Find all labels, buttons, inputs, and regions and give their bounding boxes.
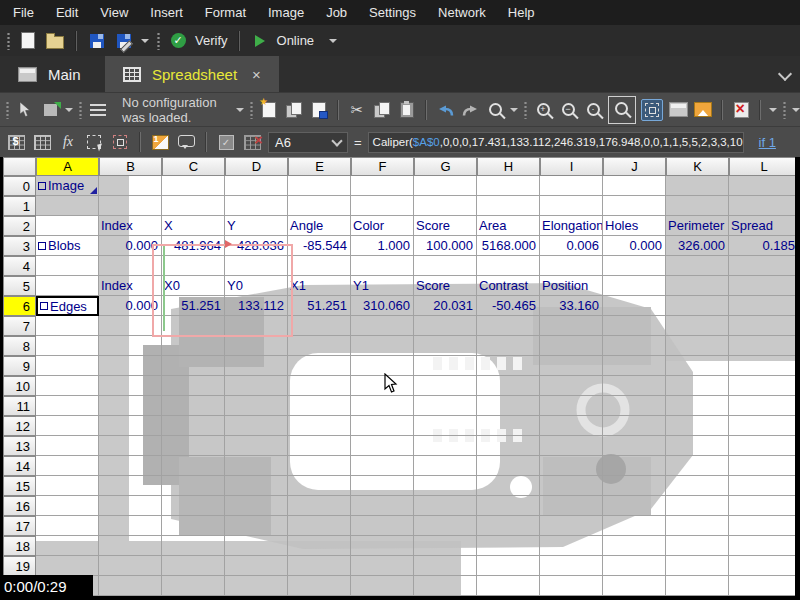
undo-icon[interactable] bbox=[435, 100, 455, 120]
cell[interactable] bbox=[351, 376, 414, 396]
new-document-button[interactable] bbox=[18, 31, 38, 51]
column-header-G[interactable]: G bbox=[414, 157, 477, 176]
row-header-12[interactable]: 12 bbox=[3, 416, 36, 436]
cell[interactable] bbox=[36, 476, 99, 496]
cell[interactable] bbox=[36, 456, 99, 476]
cell[interactable] bbox=[477, 436, 540, 456]
cell[interactable] bbox=[99, 396, 162, 416]
redo-icon[interactable] bbox=[460, 100, 480, 120]
cell[interactable] bbox=[99, 376, 162, 396]
cell-I3[interactable]: 0.006 bbox=[540, 236, 603, 256]
find-icon[interactable] bbox=[485, 100, 505, 120]
cell[interactable] bbox=[666, 396, 729, 416]
cell[interactable] bbox=[225, 376, 288, 396]
cell[interactable] bbox=[603, 176, 666, 196]
cell[interactable] bbox=[99, 536, 162, 556]
cell[interactable] bbox=[414, 516, 477, 536]
cell[interactable] bbox=[729, 356, 795, 376]
cell[interactable] bbox=[162, 456, 225, 476]
menu-view[interactable]: View bbox=[89, 5, 139, 20]
cell-E6[interactable]: 51.251 bbox=[288, 296, 351, 316]
toolbar-drag-handle[interactable] bbox=[6, 32, 11, 50]
cell-F2[interactable]: Color bbox=[351, 216, 414, 236]
cell[interactable] bbox=[603, 356, 666, 376]
cell[interactable] bbox=[729, 256, 795, 276]
caliper-region-overlay[interactable] bbox=[152, 244, 293, 337]
cell[interactable] bbox=[540, 436, 603, 456]
cell[interactable] bbox=[99, 416, 162, 436]
menu-insert[interactable]: Insert bbox=[139, 5, 194, 20]
cell[interactable] bbox=[99, 176, 162, 196]
comment-icon[interactable] bbox=[176, 132, 196, 152]
cell[interactable] bbox=[477, 556, 540, 576]
delete-image-icon[interactable] bbox=[731, 100, 751, 120]
cell[interactable] bbox=[351, 536, 414, 556]
cell[interactable] bbox=[540, 456, 603, 476]
cell[interactable] bbox=[477, 536, 540, 556]
tab-main[interactable]: Main bbox=[0, 56, 99, 92]
online-button[interactable] bbox=[250, 31, 270, 51]
cell[interactable] bbox=[225, 476, 288, 496]
cell[interactable] bbox=[36, 436, 99, 456]
cell[interactable] bbox=[162, 376, 225, 396]
column-header-C[interactable]: C bbox=[162, 157, 225, 176]
configuration-dropdown-icon[interactable] bbox=[236, 108, 244, 112]
cell[interactable] bbox=[351, 316, 414, 336]
cell[interactable] bbox=[36, 376, 99, 396]
cell[interactable] bbox=[540, 396, 603, 416]
cell[interactable] bbox=[603, 396, 666, 416]
row-header-2[interactable]: 2 bbox=[3, 216, 36, 236]
cell[interactable] bbox=[162, 436, 225, 456]
cell-K2[interactable]: Perimeter bbox=[666, 216, 729, 236]
cell[interactable] bbox=[36, 516, 99, 536]
cell[interactable] bbox=[288, 256, 351, 276]
cell[interactable] bbox=[477, 196, 540, 216]
zoom-actual-icon[interactable]: · bbox=[583, 100, 603, 120]
toolbar-drag-handle[interactable] bbox=[782, 101, 787, 119]
cell[interactable] bbox=[99, 196, 162, 216]
cell[interactable] bbox=[225, 456, 288, 476]
copy-icon[interactable] bbox=[372, 100, 392, 120]
cell[interactable] bbox=[540, 316, 603, 336]
cell[interactable] bbox=[225, 556, 288, 576]
cell-F6[interactable]: 310.060 bbox=[351, 296, 414, 316]
cell[interactable] bbox=[414, 576, 477, 596]
cell[interactable] bbox=[162, 336, 225, 356]
cell[interactable] bbox=[729, 456, 795, 476]
cell[interactable] bbox=[288, 176, 351, 196]
cell[interactable] bbox=[666, 176, 729, 196]
cell[interactable] bbox=[36, 216, 99, 236]
row-header-1[interactable]: 1 bbox=[3, 196, 36, 216]
cell[interactable] bbox=[414, 356, 477, 376]
zoom-fit-icon[interactable] bbox=[608, 96, 636, 124]
cell[interactable] bbox=[162, 516, 225, 536]
row-header-16[interactable]: 16 bbox=[3, 496, 36, 516]
row-header-4[interactable]: 4 bbox=[3, 256, 36, 276]
row-header-6[interactable]: 6 bbox=[3, 296, 36, 316]
cell[interactable] bbox=[603, 296, 666, 316]
row-header-8[interactable]: 8 bbox=[3, 336, 36, 356]
cell[interactable] bbox=[225, 416, 288, 436]
zoom-region-icon[interactable] bbox=[641, 99, 663, 121]
cell-E3[interactable]: -85.544 bbox=[288, 236, 351, 256]
cell[interactable] bbox=[729, 376, 795, 396]
cell[interactable] bbox=[729, 536, 795, 556]
column-header-F[interactable]: F bbox=[351, 157, 414, 176]
cell[interactable] bbox=[288, 356, 351, 376]
toolbar-drag-handle[interactable] bbox=[249, 101, 254, 119]
cell[interactable] bbox=[477, 396, 540, 416]
cell[interactable] bbox=[666, 556, 729, 576]
cell[interactable] bbox=[288, 376, 351, 396]
toolbar-drag-handle[interactable] bbox=[523, 101, 528, 119]
cell[interactable] bbox=[36, 336, 99, 356]
cell-J3[interactable]: 0.000 bbox=[603, 236, 666, 256]
cell[interactable] bbox=[540, 256, 603, 276]
show-image-icon[interactable] bbox=[693, 100, 713, 120]
cell-L2[interactable]: Spread bbox=[729, 216, 795, 236]
menu-edit[interactable]: Edit bbox=[45, 5, 89, 20]
paste-cells-icon[interactable] bbox=[309, 100, 329, 120]
menu-help[interactable]: Help bbox=[497, 5, 546, 20]
cell-G2[interactable]: Score bbox=[414, 216, 477, 236]
cell[interactable] bbox=[729, 336, 795, 356]
row-header-10[interactable]: 10 bbox=[3, 376, 36, 396]
